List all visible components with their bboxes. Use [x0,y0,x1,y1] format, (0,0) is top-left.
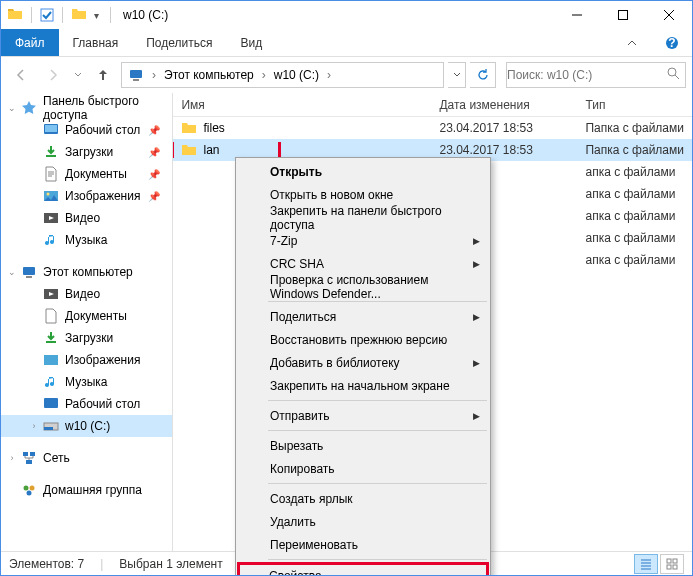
chevron-right-icon[interactable]: › [325,68,333,82]
search-input[interactable] [507,68,661,82]
videos-icon [43,286,59,302]
svg-point-24 [27,491,32,496]
svg-rect-0 [41,9,53,21]
menu-pin-start[interactable]: Закрепить на начальном экране [238,374,488,397]
nav-pc-desktop[interactable]: Рабочий стол [1,393,172,415]
svg-rect-20 [30,452,35,456]
nav-music[interactable]: Музыка [1,229,172,251]
nav-downloads[interactable]: Загрузки 📌 [1,141,172,163]
forward-button[interactable] [39,61,67,89]
expand-icon[interactable]: ⌄ [7,267,17,277]
crumb-drive[interactable]: w10 (C:) [270,68,323,82]
chevron-right-icon[interactable]: › [260,68,268,82]
nav-pc-downloads[interactable]: Загрузки [1,327,172,349]
file-row[interactable]: files 23.04.2017 18:53 Папка с файлами [173,117,692,139]
videos-icon [43,210,59,226]
menu-create-shortcut[interactable]: Создать ярлык [238,487,488,510]
nav-this-pc[interactable]: ⌄ Этот компьютер [1,261,172,283]
nav-label: Музыка [65,375,107,389]
pin-icon: 📌 [148,125,160,136]
svg-rect-21 [26,460,32,464]
breadcrumb[interactable]: › Этот компьютер › w10 (C:) › [121,62,444,88]
desktop-icon [43,396,59,412]
search-icon[interactable] [661,67,685,83]
svg-rect-4 [130,70,142,78]
submenu-arrow-icon: ▶ [473,358,480,368]
menu-add-library[interactable]: Добавить в библиотеку▶ [238,351,488,374]
menu-properties[interactable]: Свойства [237,562,489,576]
pc-icon [128,67,144,83]
menu-defender[interactable]: Проверка с использованием Windows Defend… [238,275,488,298]
search-box[interactable] [506,62,686,88]
view-icons-button[interactable] [660,554,684,574]
expand-icon[interactable]: › [7,453,17,463]
tab-share[interactable]: Поделиться [132,29,226,56]
file-type: апка с файлами [577,231,692,245]
svg-rect-12 [23,267,35,275]
nav-pictures[interactable]: Изображения 📌 [1,185,172,207]
menu-pin-quick-access[interactable]: Закрепить на панели быстрого доступа [238,206,488,229]
menu-cut[interactable]: Вырезать [238,434,488,457]
pin-icon: 📌 [148,147,160,158]
column-type[interactable]: Тип [577,98,692,112]
recent-dropdown-icon[interactable] [71,61,85,89]
column-date[interactable]: Дата изменения [431,98,577,112]
maximize-button[interactable] [600,1,646,29]
tab-view[interactable]: Вид [226,29,276,56]
tab-home[interactable]: Главная [59,29,133,56]
menu-delete[interactable]: Удалить [238,510,488,533]
nav-videos[interactable]: Видео [1,207,172,229]
address-dropdown-icon[interactable] [448,62,466,88]
file-date: 23.04.2017 18:53 [431,121,577,135]
qat-folder-icon[interactable] [71,6,87,25]
minimize-button[interactable] [554,1,600,29]
nav-quick-access[interactable]: ⌄ Панель быстрого доступа [1,97,172,119]
nav-network[interactable]: › Сеть [1,447,172,469]
music-icon [43,374,59,390]
crumb-pc[interactable]: Этот компьютер [160,68,258,82]
view-details-button[interactable] [634,554,658,574]
documents-icon [43,166,59,182]
menu-7zip[interactable]: 7-Zip▶ [238,229,488,252]
nav-pc-drive[interactable]: › w10 (C:) [1,415,172,437]
menu-share[interactable]: Поделиться▶ [238,305,488,328]
file-type: апка с файлами [577,209,692,223]
chevron-right-icon[interactable]: › [150,68,158,82]
ribbon-collapse-icon[interactable] [612,29,652,56]
nav-pc-videos[interactable]: Видео [1,283,172,305]
menu-open[interactable]: Открыть [238,160,488,183]
folder-icon [181,142,197,158]
nav-label: Изображения [65,353,140,367]
menu-rename[interactable]: Переименовать [238,533,488,556]
column-name[interactable]: Имя [173,98,431,112]
help-icon[interactable]: ? [652,29,692,56]
nav-documents[interactable]: Документы 📌 [1,163,172,185]
menu-restore[interactable]: Восстановить прежнюю версию [238,328,488,351]
tab-file[interactable]: Файл [1,29,59,56]
homegroup-icon [21,482,37,498]
nav-label: Музыка [65,233,107,247]
nav-pc-music[interactable]: Музыка [1,371,172,393]
file-date: 23.04.2017 18:53 [431,143,577,157]
qat-overflow-icon[interactable]: ▾ [91,10,102,21]
svg-point-22 [24,486,29,491]
up-button[interactable] [89,61,117,89]
nav-homegroup[interactable]: Домашняя группа [1,479,172,501]
expand-icon[interactable]: › [29,421,39,431]
file-name: lan [203,143,219,157]
nav-pc-pictures[interactable]: Изображения [1,349,172,371]
menu-send-to[interactable]: Отправить▶ [238,404,488,427]
nav-label: Этот компьютер [43,265,133,279]
menu-copy[interactable]: Копировать [238,457,488,480]
svg-rect-8 [45,125,57,132]
refresh-button[interactable] [470,62,496,88]
qat-checkbox-icon[interactable] [40,8,54,22]
nav-desktop[interactable]: Рабочий стол 📌 [1,119,172,141]
back-button[interactable] [7,61,35,89]
close-button[interactable] [646,1,692,29]
app-folder-icon [7,6,23,25]
expand-icon[interactable]: ⌄ [7,103,17,113]
menu-separator [268,301,487,302]
nav-pc-documents[interactable]: Документы [1,305,172,327]
documents-icon [43,308,59,324]
